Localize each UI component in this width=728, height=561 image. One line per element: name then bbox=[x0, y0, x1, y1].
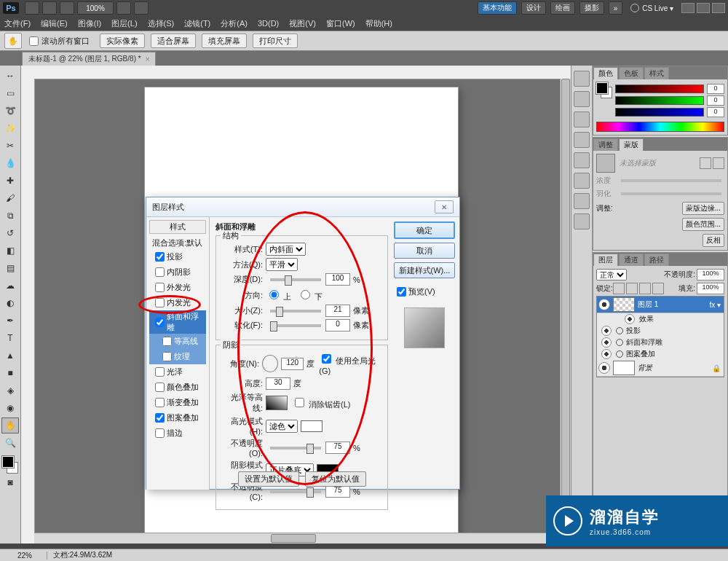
alt-value[interactable]: 30 bbox=[266, 377, 290, 390]
hue-strip[interactable] bbox=[596, 122, 724, 132]
size-value[interactable]: 21 bbox=[325, 305, 350, 317]
lock-pixels-icon[interactable] bbox=[626, 283, 638, 294]
scroll-thumb-h[interactable] bbox=[271, 534, 316, 543]
tab-adjust[interactable]: 调整 bbox=[593, 138, 618, 151]
shape-tool-icon[interactable]: ■ bbox=[1, 365, 19, 381]
dock-icon-3[interactable] bbox=[574, 111, 590, 128]
hi-color-swatch[interactable] bbox=[301, 420, 323, 432]
style-inner-shadow[interactable]: 内阴影 bbox=[149, 264, 206, 280]
new-style-button[interactable]: 新建样式(W)... bbox=[394, 262, 455, 278]
path-select-icon[interactable]: ▲ bbox=[1, 348, 19, 364]
menu-image[interactable]: 图像(I) bbox=[78, 18, 101, 29]
b-value[interactable]: 0 bbox=[707, 107, 724, 117]
size-slider[interactable] bbox=[270, 310, 321, 313]
lock-pos-icon[interactable] bbox=[639, 283, 651, 294]
style-inner-glow[interactable]: 内发光 bbox=[149, 295, 206, 310]
tab-styles[interactable]: 样式 bbox=[644, 67, 669, 79]
invert-button[interactable]: 反相 bbox=[703, 234, 724, 247]
ok-button[interactable]: 确定 bbox=[394, 221, 455, 239]
arrange-docs-icon[interactable] bbox=[116, 1, 131, 15]
tab-color[interactable]: 颜色 bbox=[593, 67, 618, 79]
preview-checkbox[interactable]: 预览(V) bbox=[394, 285, 455, 299]
ruler-vertical[interactable] bbox=[21, 79, 35, 544]
color-swatches[interactable] bbox=[2, 456, 18, 474]
fx-item-pattern[interactable]: 图案叠加 bbox=[597, 348, 724, 360]
wand-tool-icon[interactable]: ✨ bbox=[1, 120, 19, 136]
layer-row-1[interactable]: 图层 1 fx ▾ bbox=[597, 297, 724, 313]
gloss-contour-picker[interactable] bbox=[266, 396, 288, 410]
dialog-titlebar[interactable]: 图层样式 ✕ bbox=[146, 197, 459, 217]
menu-window[interactable]: 窗口(W) bbox=[326, 18, 355, 29]
cs-live-button[interactable]: CS Live ▾ bbox=[630, 4, 673, 12]
menu-analysis[interactable]: 分析(A) bbox=[221, 18, 248, 29]
healing-tool-icon[interactable]: ✚ bbox=[1, 173, 19, 189]
zoom-tool-icon[interactable]: 🔍 bbox=[1, 435, 19, 451]
style-bevel[interactable]: 斜面和浮雕 bbox=[149, 310, 206, 334]
workspace-more[interactable]: » bbox=[609, 1, 623, 15]
menu-file[interactable]: 文件(F) bbox=[4, 18, 31, 29]
dock-icon-4[interactable] bbox=[574, 132, 590, 148]
scroll-thumb-v[interactable] bbox=[561, 79, 570, 533]
tab-swatch[interactable]: 色板 bbox=[619, 67, 644, 79]
blend-mode-select[interactable]: 正常 bbox=[596, 269, 627, 280]
print-size-button[interactable]: 打印尺寸 bbox=[253, 34, 298, 48]
marquee-tool-icon[interactable]: ▭ bbox=[1, 85, 19, 101]
menu-help[interactable]: 帮助(H) bbox=[365, 18, 392, 29]
dir-down-radio[interactable]: 下 bbox=[297, 288, 323, 302]
fill-screen-button[interactable]: 填充屏幕 bbox=[202, 34, 247, 48]
dialog-close-icon[interactable]: ✕ bbox=[435, 200, 454, 213]
tab-paths[interactable]: 路径 bbox=[644, 254, 669, 266]
style-satin[interactable]: 光泽 bbox=[149, 364, 206, 380]
eyedropper-tool-icon[interactable]: 💧 bbox=[1, 155, 19, 171]
menu-3d[interactable]: 3D(D) bbox=[258, 19, 279, 28]
color-range-button[interactable]: 颜色范围... bbox=[682, 218, 724, 231]
soft-value[interactable]: 0 bbox=[325, 319, 350, 332]
angle-dial[interactable] bbox=[262, 355, 278, 372]
dock-icon-6[interactable] bbox=[574, 173, 590, 189]
launch-bridge-icon[interactable] bbox=[25, 1, 39, 15]
lock-all-icon[interactable] bbox=[652, 283, 664, 294]
sh-op-slider[interactable] bbox=[270, 490, 321, 493]
close-icon[interactable] bbox=[712, 3, 725, 13]
angle-value[interactable]: 120 bbox=[281, 358, 304, 370]
dock-icon-7[interactable] bbox=[574, 193, 590, 209]
restore-icon[interactable] bbox=[697, 3, 710, 13]
style-texture[interactable]: 纹理 bbox=[149, 349, 206, 364]
fg-color-swatch[interactable] bbox=[2, 456, 14, 468]
pen-tool-icon[interactable]: ✒ bbox=[1, 313, 19, 329]
workspace-basic[interactable]: 基本功能 bbox=[478, 1, 517, 15]
g-value[interactable]: 0 bbox=[707, 95, 724, 106]
global-light-check[interactable]: 使用全局光(G) bbox=[319, 352, 381, 375]
minimize-icon[interactable] bbox=[681, 3, 695, 13]
antialias-check[interactable]: 消除锯齿(L) bbox=[292, 396, 351, 410]
stamp-tool-icon[interactable]: ⧉ bbox=[1, 208, 19, 224]
workspace-paint[interactable]: 绘画 bbox=[550, 1, 575, 15]
tab-channels[interactable]: 通道 bbox=[619, 254, 644, 266]
type-tool-icon[interactable]: T bbox=[1, 330, 19, 346]
status-doc[interactable]: 文档:24.9M/3.62M bbox=[47, 550, 118, 560]
reset-default-button[interactable]: 复位为默认值 bbox=[305, 471, 366, 487]
style-grad-overlay[interactable]: 渐变叠加 bbox=[149, 395, 206, 410]
blur-tool-icon[interactable]: ☁ bbox=[1, 278, 19, 294]
r-value[interactable]: 0 bbox=[707, 84, 724, 94]
workspace-photo[interactable]: 摄影 bbox=[579, 1, 604, 15]
blend-options[interactable]: 混合选项:默认 bbox=[149, 237, 206, 249]
bevel-style-select[interactable]: 内斜面 bbox=[266, 243, 306, 256]
quickmask-icon[interactable]: ◙ bbox=[1, 474, 19, 490]
move-tool-icon[interactable]: ↔ bbox=[1, 68, 19, 84]
style-contour[interactable]: 等高线 bbox=[149, 334, 206, 349]
document-tab[interactable]: 未标题-1 @ 22% (图层 1, RGB/8) * × bbox=[22, 52, 156, 66]
opacity-value[interactable]: 100% bbox=[697, 269, 724, 280]
fx-item-bevel[interactable]: 斜面和浮雕 bbox=[597, 337, 724, 348]
dock-icon-8[interactable] bbox=[574, 213, 590, 230]
style-outer-glow[interactable]: 外发光 bbox=[149, 280, 206, 295]
eraser-tool-icon[interactable]: ◧ bbox=[1, 243, 19, 259]
dock-icon-2[interactable] bbox=[574, 91, 590, 107]
fit-screen-button[interactable]: 适合屏幕 bbox=[151, 34, 196, 48]
ruler-horizontal[interactable] bbox=[34, 66, 571, 79]
style-color-overlay[interactable]: 颜色叠加 bbox=[149, 380, 206, 395]
scrollbar-vertical[interactable] bbox=[560, 79, 571, 533]
fill-value[interactable]: 100% bbox=[697, 283, 724, 294]
dock-icon-1[interactable] bbox=[574, 71, 590, 87]
hand-tool-icon[interactable]: ✋ bbox=[4, 33, 22, 49]
